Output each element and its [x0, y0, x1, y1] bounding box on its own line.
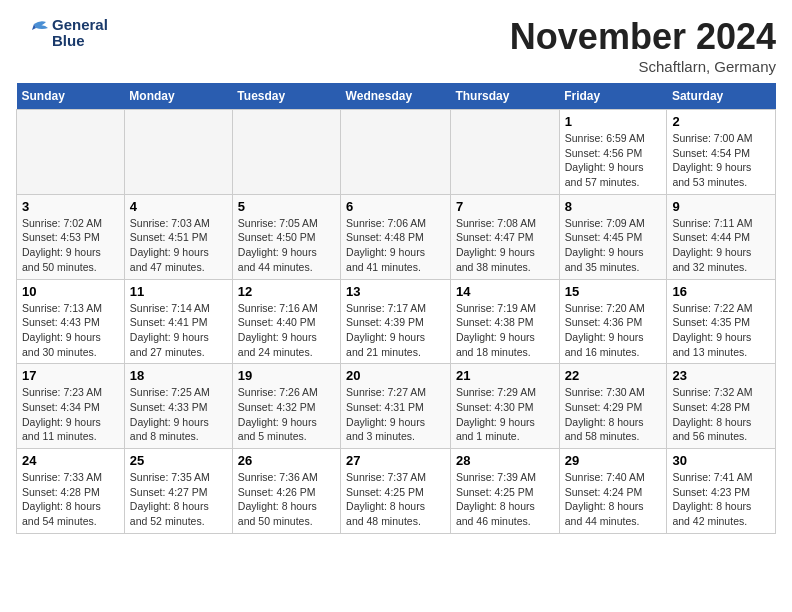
- day-number: 23: [672, 368, 770, 383]
- day-info: Sunrise: 7:33 AM Sunset: 4:28 PM Dayligh…: [22, 470, 119, 529]
- day-number: 26: [238, 453, 335, 468]
- calendar-week-row: 24Sunrise: 7:33 AM Sunset: 4:28 PM Dayli…: [17, 449, 776, 534]
- calendar-cell: [232, 110, 340, 195]
- calendar-cell: 13Sunrise: 7:17 AM Sunset: 4:39 PM Dayli…: [341, 279, 451, 364]
- day-number: 24: [22, 453, 119, 468]
- day-info: Sunrise: 7:29 AM Sunset: 4:30 PM Dayligh…: [456, 385, 554, 444]
- day-info: Sunrise: 7:00 AM Sunset: 4:54 PM Dayligh…: [672, 131, 770, 190]
- day-info: Sunrise: 7:17 AM Sunset: 4:39 PM Dayligh…: [346, 301, 445, 360]
- day-info: Sunrise: 7:09 AM Sunset: 4:45 PM Dayligh…: [565, 216, 662, 275]
- weekday-header-tuesday: Tuesday: [232, 83, 340, 110]
- day-number: 5: [238, 199, 335, 214]
- calendar-cell: 27Sunrise: 7:37 AM Sunset: 4:25 PM Dayli…: [341, 449, 451, 534]
- day-number: 12: [238, 284, 335, 299]
- day-number: 19: [238, 368, 335, 383]
- day-number: 29: [565, 453, 662, 468]
- day-info: Sunrise: 7:41 AM Sunset: 4:23 PM Dayligh…: [672, 470, 770, 529]
- day-number: 2: [672, 114, 770, 129]
- calendar-cell: 28Sunrise: 7:39 AM Sunset: 4:25 PM Dayli…: [450, 449, 559, 534]
- day-number: 14: [456, 284, 554, 299]
- logo: General Blue: [16, 16, 108, 50]
- day-info: Sunrise: 7:16 AM Sunset: 4:40 PM Dayligh…: [238, 301, 335, 360]
- calendar-cell: 21Sunrise: 7:29 AM Sunset: 4:30 PM Dayli…: [450, 364, 559, 449]
- calendar-cell: 9Sunrise: 7:11 AM Sunset: 4:44 PM Daylig…: [667, 194, 776, 279]
- day-number: 16: [672, 284, 770, 299]
- calendar-cell: 15Sunrise: 7:20 AM Sunset: 4:36 PM Dayli…: [559, 279, 667, 364]
- calendar-cell: 10Sunrise: 7:13 AM Sunset: 4:43 PM Dayli…: [17, 279, 125, 364]
- calendar-cell: 12Sunrise: 7:16 AM Sunset: 4:40 PM Dayli…: [232, 279, 340, 364]
- weekday-header-thursday: Thursday: [450, 83, 559, 110]
- calendar-cell: 30Sunrise: 7:41 AM Sunset: 4:23 PM Dayli…: [667, 449, 776, 534]
- day-info: Sunrise: 7:02 AM Sunset: 4:53 PM Dayligh…: [22, 216, 119, 275]
- calendar-cell: 3Sunrise: 7:02 AM Sunset: 4:53 PM Daylig…: [17, 194, 125, 279]
- logo-text-general: General: [52, 17, 108, 34]
- location: Schaftlarn, Germany: [510, 58, 776, 75]
- day-info: Sunrise: 7:08 AM Sunset: 4:47 PM Dayligh…: [456, 216, 554, 275]
- page-header: General Blue November 2024 Schaftlarn, G…: [16, 16, 776, 75]
- calendar-cell: 19Sunrise: 7:26 AM Sunset: 4:32 PM Dayli…: [232, 364, 340, 449]
- day-number: 25: [130, 453, 227, 468]
- day-info: Sunrise: 7:06 AM Sunset: 4:48 PM Dayligh…: [346, 216, 445, 275]
- day-number: 6: [346, 199, 445, 214]
- calendar-cell: 1Sunrise: 6:59 AM Sunset: 4:56 PM Daylig…: [559, 110, 667, 195]
- day-info: Sunrise: 7:13 AM Sunset: 4:43 PM Dayligh…: [22, 301, 119, 360]
- day-number: 8: [565, 199, 662, 214]
- day-number: 1: [565, 114, 662, 129]
- calendar-cell: 20Sunrise: 7:27 AM Sunset: 4:31 PM Dayli…: [341, 364, 451, 449]
- day-number: 10: [22, 284, 119, 299]
- day-info: Sunrise: 7:27 AM Sunset: 4:31 PM Dayligh…: [346, 385, 445, 444]
- calendar-cell: 16Sunrise: 7:22 AM Sunset: 4:35 PM Dayli…: [667, 279, 776, 364]
- calendar-cell: 5Sunrise: 7:05 AM Sunset: 4:50 PM Daylig…: [232, 194, 340, 279]
- calendar-cell: 23Sunrise: 7:32 AM Sunset: 4:28 PM Dayli…: [667, 364, 776, 449]
- day-info: Sunrise: 7:25 AM Sunset: 4:33 PM Dayligh…: [130, 385, 227, 444]
- day-info: Sunrise: 7:35 AM Sunset: 4:27 PM Dayligh…: [130, 470, 227, 529]
- day-number: 21: [456, 368, 554, 383]
- day-number: 30: [672, 453, 770, 468]
- day-number: 28: [456, 453, 554, 468]
- calendar-cell: 17Sunrise: 7:23 AM Sunset: 4:34 PM Dayli…: [17, 364, 125, 449]
- calendar-cell: 14Sunrise: 7:19 AM Sunset: 4:38 PM Dayli…: [450, 279, 559, 364]
- weekday-header-sunday: Sunday: [17, 83, 125, 110]
- day-info: Sunrise: 7:26 AM Sunset: 4:32 PM Dayligh…: [238, 385, 335, 444]
- calendar-cell: [124, 110, 232, 195]
- day-info: Sunrise: 7:05 AM Sunset: 4:50 PM Dayligh…: [238, 216, 335, 275]
- day-info: Sunrise: 7:32 AM Sunset: 4:28 PM Dayligh…: [672, 385, 770, 444]
- calendar-cell: 22Sunrise: 7:30 AM Sunset: 4:29 PM Dayli…: [559, 364, 667, 449]
- weekday-header-saturday: Saturday: [667, 83, 776, 110]
- day-info: Sunrise: 7:19 AM Sunset: 4:38 PM Dayligh…: [456, 301, 554, 360]
- calendar-cell: 8Sunrise: 7:09 AM Sunset: 4:45 PM Daylig…: [559, 194, 667, 279]
- logo-bird-icon: [16, 16, 50, 50]
- logo-text-blue: Blue: [52, 33, 108, 50]
- calendar-cell: 4Sunrise: 7:03 AM Sunset: 4:51 PM Daylig…: [124, 194, 232, 279]
- weekday-header-monday: Monday: [124, 83, 232, 110]
- calendar-cell: 11Sunrise: 7:14 AM Sunset: 4:41 PM Dayli…: [124, 279, 232, 364]
- day-number: 3: [22, 199, 119, 214]
- title-area: November 2024 Schaftlarn, Germany: [510, 16, 776, 75]
- calendar-cell: 2Sunrise: 7:00 AM Sunset: 4:54 PM Daylig…: [667, 110, 776, 195]
- day-number: 27: [346, 453, 445, 468]
- day-info: Sunrise: 7:20 AM Sunset: 4:36 PM Dayligh…: [565, 301, 662, 360]
- calendar-week-row: 17Sunrise: 7:23 AM Sunset: 4:34 PM Dayli…: [17, 364, 776, 449]
- day-number: 11: [130, 284, 227, 299]
- day-info: Sunrise: 7:30 AM Sunset: 4:29 PM Dayligh…: [565, 385, 662, 444]
- weekday-header-friday: Friday: [559, 83, 667, 110]
- month-title: November 2024: [510, 16, 776, 58]
- day-number: 15: [565, 284, 662, 299]
- calendar-table: SundayMondayTuesdayWednesdayThursdayFrid…: [16, 83, 776, 534]
- day-info: Sunrise: 7:14 AM Sunset: 4:41 PM Dayligh…: [130, 301, 227, 360]
- day-number: 18: [130, 368, 227, 383]
- calendar-cell: 18Sunrise: 7:25 AM Sunset: 4:33 PM Dayli…: [124, 364, 232, 449]
- day-number: 17: [22, 368, 119, 383]
- weekday-header-wednesday: Wednesday: [341, 83, 451, 110]
- day-info: Sunrise: 7:11 AM Sunset: 4:44 PM Dayligh…: [672, 216, 770, 275]
- day-number: 4: [130, 199, 227, 214]
- calendar-cell: 25Sunrise: 7:35 AM Sunset: 4:27 PM Dayli…: [124, 449, 232, 534]
- day-number: 7: [456, 199, 554, 214]
- calendar-cell: [450, 110, 559, 195]
- calendar-cell: 24Sunrise: 7:33 AM Sunset: 4:28 PM Dayli…: [17, 449, 125, 534]
- day-info: Sunrise: 7:23 AM Sunset: 4:34 PM Dayligh…: [22, 385, 119, 444]
- day-info: Sunrise: 7:36 AM Sunset: 4:26 PM Dayligh…: [238, 470, 335, 529]
- calendar-week-row: 1Sunrise: 6:59 AM Sunset: 4:56 PM Daylig…: [17, 110, 776, 195]
- calendar-week-row: 3Sunrise: 7:02 AM Sunset: 4:53 PM Daylig…: [17, 194, 776, 279]
- day-number: 9: [672, 199, 770, 214]
